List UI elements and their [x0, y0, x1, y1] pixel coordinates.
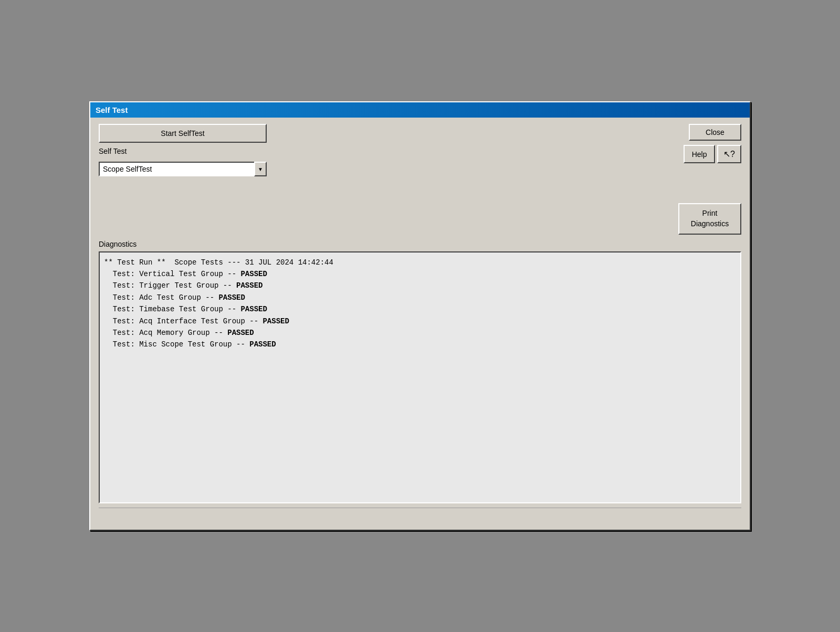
self-test-select-wrapper: Scope SelfTest ▼ — [99, 162, 267, 176]
diagnostics-box[interactable]: ** Test Run ** Scope Tests --- 31 JUL 20… — [99, 251, 741, 503]
close-button[interactable]: Close — [689, 124, 741, 141]
diag-line-3: Test: Adc Test Group -- PASSED — [104, 292, 738, 303]
help-row: Help ↖? — [684, 145, 741, 163]
print-line2: Diagnostics — [691, 219, 729, 228]
self-test-label: Self Test — [99, 147, 267, 155]
diag-line-7: Test: Misc Scope Test Group -- PASSED — [104, 339, 738, 350]
diag-line-4: Test: Timebase Test Group -- PASSED — [104, 303, 738, 315]
window-body: Start SelfTest Self Test Scope SelfTest … — [90, 118, 750, 529]
window-title: Self Test — [96, 106, 128, 114]
title-bar: Self Test — [90, 102, 750, 118]
diagnostics-label: Diagnostics — [99, 240, 741, 248]
self-test-window: Self Test Start SelfTest Self Test Scope… — [89, 101, 751, 530]
self-test-dropdown[interactable]: Scope SelfTest — [99, 162, 267, 176]
dropdown-arrow-icon[interactable]: ▼ — [254, 162, 267, 176]
diag-line-0: ** Test Run ** Scope Tests --- 31 JUL 20… — [104, 257, 738, 268]
print-diagnostics-button[interactable]: Print Diagnostics — [678, 203, 741, 234]
cursor-button[interactable]: ↖? — [717, 145, 741, 163]
diag-line-1: Test: Vertical Test Group -- PASSED — [104, 268, 738, 280]
diag-line-6: Test: Acq Memory Group -- PASSED — [104, 327, 738, 339]
bottom-bar — [99, 508, 741, 523]
diag-line-5: Test: Acq Interface Test Group -- PASSED — [104, 315, 738, 327]
diag-line-2: Test: Trigger Test Group -- PASSED — [104, 280, 738, 291]
right-controls: Close Help ↖? Print Diagnostics — [678, 124, 741, 234]
help-button[interactable]: Help — [684, 145, 715, 163]
left-controls: Start SelfTest Self Test Scope SelfTest … — [99, 124, 267, 176]
top-row: Start SelfTest Self Test Scope SelfTest … — [99, 124, 741, 234]
start-selftest-button[interactable]: Start SelfTest — [99, 124, 267, 143]
print-line1: Print — [702, 209, 718, 217]
diagnostics-section: Diagnostics ** Test Run ** Scope Tests -… — [99, 240, 741, 503]
